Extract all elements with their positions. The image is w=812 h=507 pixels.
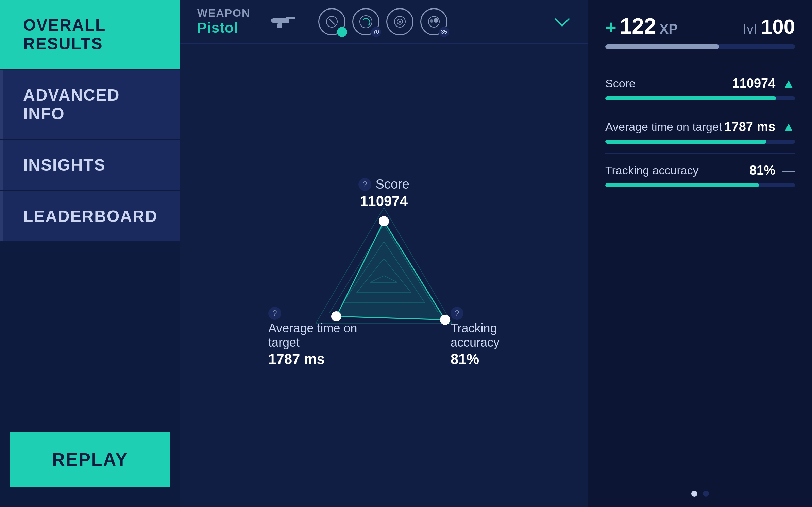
stat-score-trend-icon: ▲ bbox=[782, 76, 795, 91]
stat-avgtime-name: Average time on target bbox=[605, 120, 722, 134]
sidebar-item-advanced-info[interactable]: ADVANCED INFO bbox=[0, 70, 180, 139]
tracking-label: ? Trackingaccuracy 81% bbox=[451, 307, 500, 367]
sidebar-item-label: INSIGHTS bbox=[23, 156, 106, 174]
stat-score-top: Score 110974 ▲ bbox=[605, 76, 795, 91]
stat-avgtime-bar-fill bbox=[605, 140, 766, 144]
radar-dot-tracking bbox=[440, 315, 450, 325]
avgtime-help-icon[interactable]: ? bbox=[268, 307, 281, 320]
sidebar: OVERALL RESULTS ADVANCED INFO INSIGHTS L… bbox=[0, 0, 180, 507]
stat-avgtime-value: 1787 ms bbox=[724, 120, 775, 134]
stat-avgtime-top: Average time on target 1787 ms ▲ bbox=[605, 120, 795, 134]
avgtime-label: ? Average time ontarget 1787 ms bbox=[268, 307, 357, 367]
stat-tracking-top: Tracking accuracy 81% — bbox=[605, 163, 795, 178]
xp-section: + 122 XP lvl 100 bbox=[588, 0, 812, 56]
mode-icon-1[interactable] bbox=[318, 8, 345, 35]
mode-icon-4[interactable]: 35 bbox=[420, 8, 447, 35]
tracking-label-text: Trackingaccuracy bbox=[451, 321, 500, 350]
radar-chart: ? Score 110974 bbox=[265, 174, 503, 378]
stat-score-bar bbox=[605, 96, 795, 100]
mode-badge-4: 35 bbox=[439, 27, 449, 37]
sidebar-item-insights[interactable]: INSIGHTS bbox=[0, 140, 180, 190]
topbar: WEAPON Pistol bbox=[180, 0, 588, 44]
stat-tracking-bar-fill bbox=[605, 183, 759, 187]
stats-section: Score 110974 ▲ Average time on target 17… bbox=[588, 56, 812, 207]
svg-point-12 bbox=[434, 18, 438, 23]
stat-tracking-value: 81% bbox=[749, 163, 775, 178]
sidebar-item-label: ADVANCED INFO bbox=[23, 86, 120, 123]
svg-rect-3 bbox=[271, 19, 275, 22]
svg-rect-2 bbox=[277, 23, 282, 28]
svg-rect-1 bbox=[286, 17, 295, 19]
xp-plus-sign: + bbox=[605, 16, 616, 38]
stat-tracking-name: Tracking accuracy bbox=[605, 164, 699, 177]
xp-progress-fill bbox=[605, 44, 719, 49]
mode-icon-2[interactable]: 70 bbox=[352, 8, 379, 35]
radar-dot-score bbox=[379, 216, 389, 226]
stat-score-bar-fill bbox=[605, 96, 776, 100]
stat-row-score: Score 110974 ▲ bbox=[605, 67, 795, 110]
xp-row: + 122 XP lvl 100 bbox=[605, 14, 795, 39]
lvl-label: lvl bbox=[743, 22, 758, 37]
replay-button[interactable]: REPLAY bbox=[10, 432, 170, 487]
sidebar-item-leaderboard[interactable]: LEADERBOARD bbox=[0, 191, 180, 241]
stat-tracking-bar bbox=[605, 183, 795, 187]
stat-avgtime-bar bbox=[605, 140, 795, 144]
replay-label: REPLAY bbox=[52, 450, 128, 469]
mode-badge-1 bbox=[337, 27, 347, 37]
sidebar-spacer bbox=[0, 241, 180, 425]
main-area: WEAPON Pistol bbox=[180, 0, 588, 507]
mode-icons: 70 35 bbox=[318, 8, 447, 35]
stat-tracking-value-row: 81% — bbox=[749, 163, 795, 178]
svg-point-11 bbox=[430, 19, 433, 23]
lvl-value: 100 bbox=[761, 15, 795, 38]
pagination-dot-1[interactable] bbox=[691, 491, 697, 497]
xp-amount: 122 bbox=[620, 14, 656, 39]
right-panel: + 122 XP lvl 100 Score 110974 ▲ bbox=[588, 0, 812, 507]
mode-badge-2: 70 bbox=[371, 27, 381, 37]
stat-row-tracking: Tracking accuracy 81% — bbox=[605, 154, 795, 197]
pagination-dots bbox=[588, 480, 812, 507]
pistol-icon bbox=[271, 10, 298, 34]
sidebar-item-overall-results[interactable]: OVERALL RESULTS bbox=[0, 0, 180, 69]
stat-avgtime-trend-icon: ▲ bbox=[782, 120, 795, 134]
svg-marker-18 bbox=[336, 221, 445, 320]
mode-icon-3[interactable] bbox=[386, 8, 413, 35]
avgtime-label-text: Average time ontarget bbox=[268, 321, 357, 350]
avgtime-value: 1787 ms bbox=[268, 351, 357, 367]
stat-tracking-trend-icon: — bbox=[782, 163, 795, 178]
weapon-name: Pistol bbox=[197, 20, 250, 36]
weapon-label: WEAPON bbox=[197, 7, 250, 18]
tracking-value: 81% bbox=[451, 351, 500, 367]
weapon-info: WEAPON Pistol bbox=[197, 7, 250, 36]
pagination-dot-2[interactable] bbox=[703, 491, 709, 497]
right-panel-spacer bbox=[588, 207, 812, 480]
stat-score-name: Score bbox=[605, 77, 636, 90]
sidebar-item-label: LEADERBOARD bbox=[23, 207, 157, 225]
stat-score-value-row: 110974 ▲ bbox=[732, 76, 795, 91]
sidebar-item-label: OVERALL RESULTS bbox=[23, 16, 105, 53]
stat-avgtime-value-row: 1787 ms ▲ bbox=[724, 120, 795, 134]
xp-unit-label: XP bbox=[659, 21, 677, 37]
xp-progress-bar bbox=[605, 44, 795, 49]
stat-row-avgtime: Average time on target 1787 ms ▲ bbox=[605, 110, 795, 154]
svg-point-9 bbox=[399, 21, 401, 23]
tracking-help-icon[interactable]: ? bbox=[451, 307, 463, 320]
svg-line-5 bbox=[329, 19, 335, 24]
dropdown-arrow[interactable] bbox=[554, 12, 571, 32]
chart-area: ? Score 110974 bbox=[180, 44, 588, 507]
stat-score-value: 110974 bbox=[732, 76, 776, 91]
